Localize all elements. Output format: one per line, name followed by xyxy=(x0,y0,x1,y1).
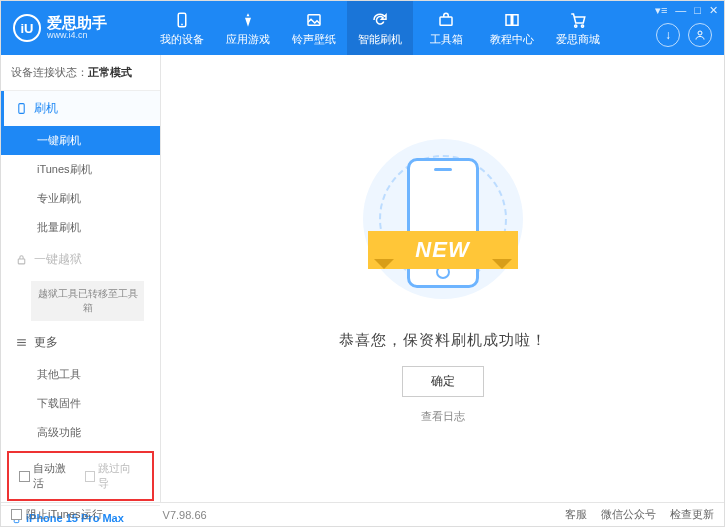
nav-ringtones[interactable]: 铃声壁纸 xyxy=(281,1,347,55)
sidebar-item-advanced[interactable]: 高级功能 xyxy=(1,418,160,447)
lock-icon xyxy=(15,253,28,266)
success-message: 恭喜您，保资料刷机成功啦！ xyxy=(339,331,547,350)
sidebar-item-download-fw[interactable]: 下载固件 xyxy=(1,389,160,418)
svg-point-6 xyxy=(698,31,702,35)
version-label: V7.98.66 xyxy=(163,509,207,521)
svg-rect-7 xyxy=(19,104,24,114)
user-button[interactable] xyxy=(688,23,712,47)
view-log-link[interactable]: 查看日志 xyxy=(421,409,465,424)
nav-my-device[interactable]: 我的设备 xyxy=(149,1,215,55)
logo: iU 爱思助手 www.i4.cn xyxy=(1,14,149,42)
nav-store[interactable]: 爱思商城 xyxy=(545,1,611,55)
refresh-icon xyxy=(370,10,390,30)
sidebar-item-oneclick[interactable]: 一键刷机 xyxy=(1,126,160,155)
ok-button[interactable]: 确定 xyxy=(402,366,484,397)
toolbox-icon xyxy=(436,10,456,30)
sidebar-section-jailbreak: 一键越狱 xyxy=(1,242,160,277)
auto-activate-checkbox[interactable]: 自动激活 xyxy=(19,461,77,491)
sidebar-item-professional[interactable]: 专业刷机 xyxy=(1,184,160,213)
logo-icon: iU xyxy=(13,14,41,42)
maximize-icon[interactable]: □ xyxy=(694,4,701,17)
main-content: NEW 恭喜您，保资料刷机成功啦！ 确定 查看日志 xyxy=(161,55,724,502)
sidebar: 设备连接状态：正常模式 刷机 一键刷机 iTunes刷机 专业刷机 批量刷机 一… xyxy=(1,55,161,502)
nav-flash[interactable]: 智能刷机 xyxy=(347,1,413,55)
book-icon xyxy=(502,10,522,30)
nav-toolbox[interactable]: 工具箱 xyxy=(413,1,479,55)
skip-guide-checkbox[interactable]: 跳过向导 xyxy=(85,461,143,491)
top-nav: 我的设备 应用游戏 铃声壁纸 智能刷机 工具箱 教程中心 爱思商城 xyxy=(149,1,611,55)
nav-tutorials[interactable]: 教程中心 xyxy=(479,1,545,55)
success-illustration: NEW xyxy=(363,133,523,313)
footer-support[interactable]: 客服 xyxy=(565,507,587,522)
titlebar: iU 爱思助手 www.i4.cn 我的设备 应用游戏 铃声壁纸 智能刷机 工具… xyxy=(1,1,724,55)
image-icon xyxy=(304,10,324,30)
options-row: 自动激活 跳过向导 xyxy=(7,451,154,501)
jailbreak-note: 越狱工具已转移至工具箱 xyxy=(31,281,144,321)
apps-icon xyxy=(238,10,258,30)
phone-icon xyxy=(172,10,192,30)
device-status: 设备连接状态：正常模式 xyxy=(1,55,160,91)
minimize-icon[interactable]: — xyxy=(675,4,686,17)
close-icon[interactable]: ✕ xyxy=(709,4,718,17)
download-button[interactable]: ↓ xyxy=(656,23,680,47)
svg-rect-3 xyxy=(440,17,452,25)
menu-icon xyxy=(15,336,28,349)
footer-wechat[interactable]: 微信公众号 xyxy=(601,507,656,522)
cart-icon xyxy=(568,10,588,30)
sidebar-item-other-tools[interactable]: 其他工具 xyxy=(1,360,160,389)
sidebar-section-flash[interactable]: 刷机 xyxy=(1,91,160,126)
menu-icon[interactable]: ▾≡ xyxy=(655,4,667,17)
block-itunes-checkbox[interactable]: 阻止iTunes运行 xyxy=(11,507,103,522)
nav-apps[interactable]: 应用游戏 xyxy=(215,1,281,55)
sidebar-item-batch[interactable]: 批量刷机 xyxy=(1,213,160,242)
sidebar-section-more[interactable]: 更多 xyxy=(1,325,160,360)
app-subtitle: www.i4.cn xyxy=(47,30,107,41)
phone-icon xyxy=(15,102,28,115)
app-title: 爱思助手 xyxy=(47,15,107,30)
svg-point-5 xyxy=(581,24,583,26)
new-ribbon: NEW xyxy=(368,231,518,269)
footer-check-update[interactable]: 检查更新 xyxy=(670,507,714,522)
sidebar-item-itunes[interactable]: iTunes刷机 xyxy=(1,155,160,184)
svg-rect-8 xyxy=(18,259,25,264)
svg-point-4 xyxy=(575,24,577,26)
